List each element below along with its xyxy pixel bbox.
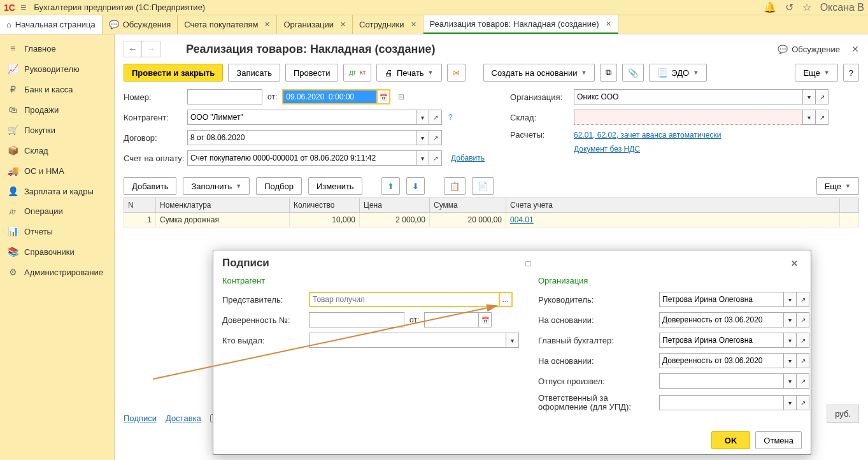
fill-button[interactable]: Заполнить▼	[183, 177, 250, 195]
cancel-button[interactable]: Отмена	[755, 431, 802, 449]
linked-docs-button[interactable]: ⧉	[600, 64, 617, 82]
open-icon[interactable]: ↗	[797, 292, 809, 307]
chevron-down-icon[interactable]: ▾	[506, 333, 519, 348]
sidebar-item-purchases[interactable]: 🛒Покупки	[0, 120, 114, 140]
help-button[interactable]: ?	[843, 64, 859, 82]
open-icon[interactable]: ↗	[816, 110, 829, 125]
based2-input[interactable]	[659, 353, 784, 368]
add-link[interactable]: Добавить	[451, 154, 485, 162]
chevron-down-icon[interactable]: ▾	[784, 353, 797, 368]
sidebar-item-reports[interactable]: 📊Отчеты	[0, 221, 114, 241]
chevron-down-icon[interactable]: ▾	[784, 292, 797, 307]
discussion-link[interactable]: 💬 Обсуждение	[778, 45, 840, 54]
org-chart-icon[interactable]: ⊟	[398, 92, 404, 101]
sidebar-item-main[interactable]: ≡Главное	[0, 38, 114, 59]
sidebar-item-catalogs[interactable]: 📚Справочники	[0, 241, 114, 262]
col-qty[interactable]: Количество	[290, 198, 360, 213]
warehouse-input[interactable]	[574, 110, 803, 125]
based1-input[interactable]	[659, 312, 784, 327]
close-icon[interactable]: ✕	[787, 259, 802, 268]
open-icon[interactable]: ↗	[797, 353, 809, 368]
copy-button[interactable]: 📋	[444, 177, 466, 195]
org-input[interactable]	[574, 89, 803, 104]
open-icon[interactable]: ↗	[797, 333, 809, 348]
open-icon[interactable]: ↗	[797, 395, 809, 410]
select-button[interactable]: Подбор	[256, 177, 302, 195]
dtkt-button[interactable]: ДтКт	[343, 64, 371, 82]
proxy-date-input[interactable]	[424, 312, 479, 327]
edo-button[interactable]: 📃ЭДО▼	[649, 64, 707, 82]
signs-link[interactable]: Подписи	[124, 413, 157, 423]
tab-discussions[interactable]: 💬 Обсуждения	[103, 15, 178, 34]
col-sum[interactable]: Сумма	[430, 198, 506, 213]
chevron-down-icon[interactable]: ▾	[784, 312, 797, 327]
back-button[interactable]: ←	[124, 41, 142, 57]
table-row[interactable]: 1 Сумка дорожная 10,000 2 000,00 20 000,…	[124, 213, 859, 227]
move-down-button[interactable]: ⬇	[406, 177, 425, 195]
open-icon[interactable]: ↗	[816, 89, 829, 104]
number-input[interactable]	[187, 89, 262, 104]
ellipsis-icon[interactable]: …	[500, 292, 513, 307]
post-button[interactable]: Провести	[285, 64, 339, 82]
forward-button[interactable]: →	[142, 41, 160, 57]
user-name[interactable]: Оксана В	[820, 2, 864, 13]
close-icon[interactable]: ✕	[264, 20, 270, 29]
tab-realization[interactable]: Реализация товаров: Накладная (создание)…	[423, 15, 618, 34]
close-icon[interactable]: ✕	[340, 20, 346, 29]
close-icon[interactable]: ✕	[411, 20, 416, 29]
col-nomen[interactable]: Номенклатура	[156, 198, 290, 213]
open-icon[interactable]: ↗	[797, 312, 809, 327]
account-link[interactable]: 004.01	[510, 215, 534, 224]
invoice-input[interactable]	[187, 150, 416, 166]
tab-invoices[interactable]: Счета покупателям ✕	[178, 15, 277, 34]
open-icon[interactable]: ↗	[797, 373, 809, 389]
sidebar-item-bank[interactable]: ₽Банк и касса	[0, 79, 114, 99]
proxy-num-input[interactable]	[309, 312, 404, 327]
sidebar-item-manager[interactable]: 📈Руководителю	[0, 59, 114, 79]
chevron-down-icon[interactable]: ▾	[784, 333, 797, 348]
chevron-down-icon[interactable]: ▾	[784, 373, 797, 389]
maximize-icon[interactable]: □	[522, 259, 534, 268]
tab-orgs[interactable]: Организации ✕	[277, 15, 353, 34]
menu-icon[interactable]: ≡	[20, 2, 26, 13]
sidebar-item-assets[interactable]: 🚚ОС и НМА	[0, 161, 114, 181]
chevron-down-icon[interactable]: ▾	[803, 89, 816, 104]
move-up-button[interactable]: ⬆	[381, 177, 400, 195]
chevron-down-icon[interactable]: ▾	[416, 110, 429, 125]
col-extra[interactable]	[840, 198, 859, 213]
col-acc[interactable]: Счета учета	[506, 198, 840, 213]
print-button[interactable]: 🖨Печать▼	[376, 64, 442, 82]
add-row-button[interactable]: Добавить	[124, 177, 176, 195]
contragent-input[interactable]	[187, 110, 416, 125]
attach-button[interactable]: 📎	[622, 64, 644, 82]
sidebar-item-payroll[interactable]: 👤Зарплата и кадры	[0, 181, 114, 201]
close-icon[interactable]: ✕	[851, 44, 859, 54]
accountant-input[interactable]	[659, 333, 784, 348]
contract-input[interactable]	[187, 130, 416, 145]
calendar-icon[interactable]: 📅	[479, 312, 492, 327]
history-icon[interactable]: ↺	[785, 1, 793, 13]
close-icon[interactable]: ✕	[606, 20, 611, 28]
calendar-icon[interactable]: 📅	[378, 89, 390, 104]
mail-button[interactable]: ✉	[447, 64, 466, 82]
paste-button[interactable]: 📄	[472, 177, 494, 195]
chevron-down-icon[interactable]: ▾	[784, 395, 797, 410]
no-vat-link[interactable]: Документ без НДС	[574, 145, 640, 154]
more-button[interactable]: Еще▼	[795, 64, 837, 82]
responsible-input[interactable]	[659, 395, 784, 410]
col-price[interactable]: Цена	[360, 198, 430, 213]
sidebar-item-admin[interactable]: ⚙Администрирование	[0, 262, 114, 282]
tab-employees[interactable]: Сотрудники ✕	[353, 15, 423, 34]
released-input[interactable]	[659, 373, 784, 389]
change-button[interactable]: Изменить	[308, 177, 362, 195]
chevron-down-icon[interactable]: ▾	[803, 110, 816, 125]
chevron-down-icon[interactable]: ▾	[416, 130, 429, 145]
sidebar-item-sales[interactable]: 🛍Продажи	[0, 99, 114, 120]
sidebar-item-operations[interactable]: ДтОперации	[0, 201, 114, 221]
col-n[interactable]: N	[124, 198, 156, 213]
help-icon[interactable]: ?	[448, 113, 453, 122]
star-icon[interactable]: ☆	[802, 1, 811, 13]
bell-icon[interactable]: 🔔	[764, 1, 776, 13]
post-close-button[interactable]: Провести и закрыть	[124, 64, 223, 82]
calc-link[interactable]: 62.01, 62.02, зачет аванса автоматически	[574, 131, 721, 140]
